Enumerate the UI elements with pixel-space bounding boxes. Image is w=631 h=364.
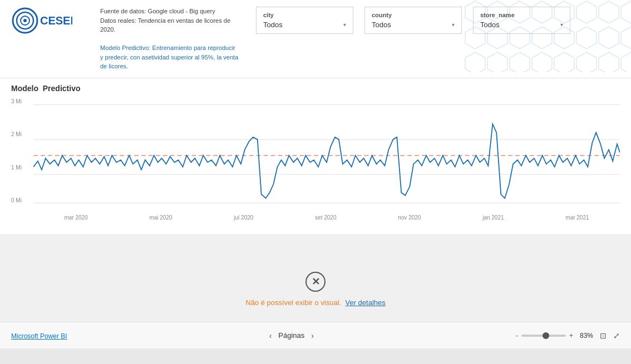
next-page-button[interactable]: › <box>311 331 314 340</box>
county-filter[interactable]: county Todos ▾ <box>364 7 462 34</box>
county-filter-value: Todos <box>372 21 391 29</box>
error-message-prefix: Não é possível exibir o visual. <box>245 298 341 307</box>
pages-label: Páginas <box>278 331 304 340</box>
prev-page-button[interactable]: ‹ <box>269 331 272 340</box>
title-prefix: Modelo <box>11 84 38 93</box>
main-content: Modelo Predictivo 3 Mi 2 Mi 1 Mi 0 Mi <box>0 78 631 234</box>
zoom-controls: - + <box>516 332 573 340</box>
info-line2: Datos reales: Tendencia en ventas de lic… <box>100 16 239 34</box>
svg-point-3 <box>23 19 27 22</box>
logo-area: CESEM <box>11 7 83 34</box>
y-label-2mi: 2 Mi <box>11 131 33 137</box>
city-filter-label: city <box>263 12 346 18</box>
zoom-percent: 83% <box>580 332 593 340</box>
x-label-jan2021: jan 2021 <box>482 215 504 221</box>
x-label-jul2020: jul 2020 <box>234 215 253 221</box>
chart-area: 3 Mi 2 Mi 1 Mi 0 Mi mar 202 <box>11 98 620 221</box>
city-filter-select[interactable]: Todos ▾ <box>263 21 346 29</box>
powerbi-link-container[interactable]: Microsoft Power BI <box>11 331 67 341</box>
powerbi-link[interactable]: Microsoft Power BI <box>11 332 67 340</box>
county-chevron-icon: ▾ <box>452 22 455 28</box>
y-label-0mi: 0 Mi <box>11 197 33 203</box>
status-bar <box>0 348 631 364</box>
error-icon: ✕ <box>305 272 326 292</box>
svg-rect-6 <box>464 0 631 72</box>
top-bar: CESEM Fuente de datos: Google cloud - Bi… <box>0 0 631 78</box>
x-axis-labels: mar 2020 mai 2020 jul 2020 set 2020 nov … <box>33 215 620 221</box>
expand-icon[interactable]: ⤢ <box>613 331 620 340</box>
error-text: Não é possível exibir o visual. Ver deta… <box>245 298 386 307</box>
zoom-minus-button[interactable]: - <box>516 332 518 340</box>
title-bold: Predictivo <box>43 84 81 93</box>
line-chart-svg <box>33 98 620 204</box>
bg-decoration <box>464 0 631 72</box>
county-filter-select[interactable]: Todos ▾ <box>372 21 455 29</box>
y-label-3mi: 3 Mi <box>11 98 33 104</box>
city-chevron-icon: ▾ <box>343 22 346 28</box>
zoom-plus-button[interactable]: + <box>569 332 573 340</box>
county-filter-label: county <box>372 12 455 18</box>
error-details-link[interactable]: Ver detalhes <box>345 298 385 307</box>
city-filter-value: Todos <box>263 21 283 29</box>
section-title: Modelo Predictivo <box>11 84 620 93</box>
x-label-mar2020: mar 2020 <box>64 215 87 221</box>
x-label-mai2020: mai 2020 <box>149 215 172 221</box>
bottom-right: - + 83% ⊡ ⤢ <box>516 331 620 340</box>
svg-text:CESEM: CESEM <box>40 14 72 27</box>
info-line3: Modelo Predictivo: Entrenamiento para re… <box>100 43 239 71</box>
info-text-block: Fuente de datos: Google cloud - Big quer… <box>100 7 239 71</box>
x-label-set2020: set 2020 <box>315 215 336 221</box>
cesem-logo: CESEM <box>11 7 72 34</box>
zoom-slider[interactable] <box>521 335 566 337</box>
chart-svg-container <box>33 98 620 204</box>
pages-nav: ‹ Páginas › <box>269 331 314 340</box>
x-label-nov2020: nov 2020 <box>398 215 421 221</box>
bottom-bar: Microsoft Power BI ‹ Páginas › - + 83% ⊡… <box>0 322 631 348</box>
error-x-icon: ✕ <box>312 276 320 288</box>
y-label-1mi: 1 Mi <box>11 164 33 171</box>
x-label-mar2021: mar 2021 <box>565 215 589 221</box>
zoom-slider-thumb <box>543 332 549 339</box>
y-axis-labels: 3 Mi 2 Mi 1 Mi 0 Mi <box>11 98 33 204</box>
info-line1: Fuente de datos: Google cloud - Big quer… <box>100 7 239 16</box>
fit-page-icon[interactable]: ⊡ <box>600 331 607 340</box>
city-filter[interactable]: city Todos ▾ <box>256 7 353 34</box>
